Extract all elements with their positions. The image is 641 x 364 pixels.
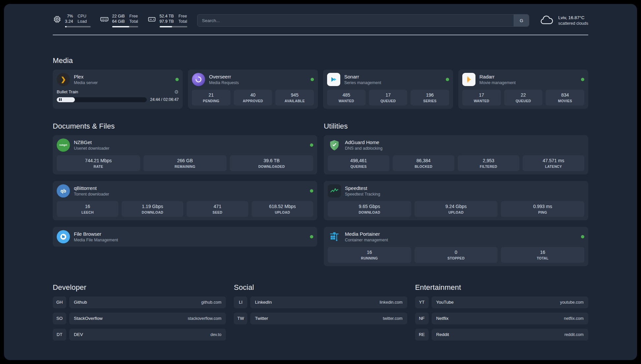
pause-icon[interactable] [59,98,62,101]
stat-label: DOWNLOADED [231,165,312,168]
service-stats: 21 PENDING 40 APPROVED 945 AVAILABLE [192,90,314,106]
search-input[interactable] [198,15,514,26]
speedtest-icon [328,184,341,197]
portainer-icon [328,230,341,243]
stat-value: 16 [329,250,410,255]
stat-value: 945 [277,92,313,98]
weather-widget[interactable]: Lviv, 16.87°C scattered clouds [539,15,588,26]
service-subtitle: Series management [344,80,381,85]
service-card-qbittorrent[interactable]: qb qBittorrent Torrent downloader 16 LEE… [53,181,317,220]
stat-value: 9.24 Gbps [416,204,497,209]
radarr-icon [462,73,475,86]
overseerr-icon [192,73,205,86]
bookmark-twitter[interactable]: TW Twitter twitter.com [234,313,407,324]
disk-total-value: 97.9 TB [160,19,174,24]
section-files: Documents & Files nzbget NZBGet Usenet d… [53,122,317,247]
stat-label: FILTERED [459,165,518,168]
stat-label: LATENCY [524,165,583,168]
stat-value: 485 [328,92,364,98]
service-stats: 16 LEECH 1.19 Gbps DOWNLOAD 471 SEED [57,201,313,217]
stat-label: PENDING [193,99,229,103]
stat-label: QUEUED [505,99,541,103]
service-name: Overseerr [209,74,239,80]
section-title-media: Media [53,56,588,65]
service-name: qBittorrent [74,185,109,191]
bookmark-abbr: YT [415,296,429,308]
bookmark-abbr: TW [234,313,247,324]
stat-label: SERIES [412,99,448,103]
search-bar[interactable]: G [197,14,529,27]
now-playing-title: Bullet Train [57,89,78,94]
stat-box: 618.52 Mbps UPLOAD [252,201,313,217]
playback-progress-bar[interactable] [57,97,147,102]
cpu-usage-value: 7% [65,14,73,18]
stat-value: 9.65 Gbps [329,204,410,209]
service-subtitle: Media Requests [209,80,239,85]
bookmark-youtube[interactable]: YT YouTube youtube.com [415,296,588,308]
disk-total-label: Total [178,19,187,24]
stat-box: 86,384 BLOCKED [393,155,454,171]
disk-progress-bar [160,26,187,27]
bookmark-dev[interactable]: DT DEV dev.to [53,329,226,341]
bookmark-github[interactable]: GH Github github.com [53,296,226,308]
service-subtitle: Movie management [479,80,516,85]
service-card-filebrowser[interactable]: File Browser Media File Management [53,227,317,247]
gear-icon[interactable]: ⚙ [174,89,179,94]
stat-value: 0 [416,250,497,255]
section-title-files: Documents & Files [53,122,317,131]
bookmark-linkedin[interactable]: LI LinkedIn linkedin.com [234,296,407,308]
service-name: Plex [74,74,98,80]
stat-box: 40 APPROVED [234,90,272,106]
bookmark-url: twitter.com [383,316,403,321]
service-card-adguard[interactable]: AdGuard Home DNS and adblocking 498,461 … [324,135,588,174]
bookmark-abbr: LI [234,296,247,308]
stat-value: 618.52 Mbps [253,204,312,209]
memory-progress-bar [112,26,138,27]
dashboard: 7% 3.24 CPU Load [0,0,641,364]
stat-value: 47.571 ms [524,158,583,163]
service-card-speedtest[interactable]: Speedtest Speedtest Tracking 9.65 Gbps D… [324,181,588,220]
service-header: Sonarr Series management [327,73,449,86]
stat-label: RATE [58,165,139,168]
weather-location: Lviv, 16.87°C [558,15,588,20]
bookmark-url: stackoverflow.com [188,316,221,321]
service-header: nzbget NZBGet Usenet downloader [57,138,313,152]
stat-box: 0 STOPPED [414,247,498,263]
stat-label: UPLOAD [253,210,312,214]
service-card-nzbget[interactable]: nzbget NZBGet Usenet downloader 744.21 M… [53,135,317,174]
service-header: ❯ Plex Media server [57,73,179,86]
cpu-load-value: 3.24 [65,19,73,24]
service-card-portainer[interactable]: Media Portainer Container management 16 … [324,227,588,266]
media-grid: ❯ Plex Media server Bullet Train ⚙ [53,70,588,109]
bookmark-netflix[interactable]: NF Netflix netflix.com [415,313,588,324]
status-dot [310,189,313,193]
search-provider-button[interactable]: G [514,15,529,26]
ram-icon [100,15,109,24]
cpu-progress-bar [65,26,91,27]
stat-label: DOWNLOAD [329,210,410,214]
nzbget-icon: nzbget [57,138,70,152]
stat-value: 2,953 [459,158,518,163]
service-stats: 498,461 QUERIES 86,384 BLOCKED 2,953 FIL… [328,155,584,171]
service-subtitle: Container management [345,238,388,242]
bookmark-stackoverflow[interactable]: SO StackOverflow stackoverflow.com [53,313,226,324]
stat-box: 266 GB REMAINING [143,155,227,171]
bookmark-reddit[interactable]: RE Reddit reddit.com [415,329,588,341]
cpu-progress-fill [65,26,67,27]
stat-label: TOTAL [502,256,583,260]
stat-value: 21 [193,92,229,98]
stat-box: 196 SERIES [411,90,449,106]
service-card-overseerr[interactable]: Overseerr Media Requests 21 PENDING 40 A… [188,70,318,109]
bookmark-name: Netflix [436,316,449,321]
section-media: Media ❯ Plex Media server Bullet Tr [53,56,588,109]
stat-label: REMAINING [145,165,226,168]
service-card-plex[interactable]: ❯ Plex Media server Bullet Train ⚙ [53,70,183,109]
service-card-radarr[interactable]: Radarr Movie management 17 WANTED 22 QUE… [458,70,588,109]
stat-value: 471 [188,204,247,209]
bookmark-url: youtube.com [560,300,584,305]
disk-free-value: 52.4 TB [160,14,174,18]
cpu-label: CPU [77,14,87,18]
bookmark-abbr: NF [415,313,429,324]
bookmark-group-developer: Developer GH Github github.com SO StackO… [53,283,226,341]
service-card-sonarr[interactable]: Sonarr Series management 485 WANTED 17 Q… [323,70,453,109]
